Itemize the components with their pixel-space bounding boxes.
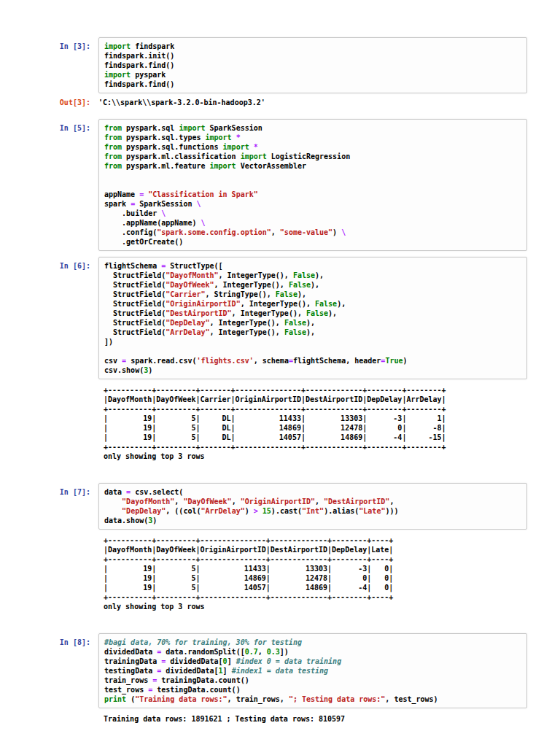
code-token: ), — [306, 328, 315, 336]
code-line: from pyspark.ml.feature import VectorAss… — [104, 161, 521, 171]
code-token: findspark — [131, 42, 174, 50]
code-token: ] — [228, 657, 236, 665]
out-3: Out[3]:'C:\\spark\\spark-3.2.0-bin-hadoo… — [0, 98, 560, 107]
code-input-area[interactable]: import findsparkfindspark.init()findspar… — [98, 37, 527, 93]
code-token: pyspark.sql.types — [122, 133, 205, 142]
code-line: trainingData = dividedData[0] #index 0 =… — [104, 657, 521, 666]
code-line: ]) — [104, 337, 521, 347]
code-line: .getOrCreate() — [104, 237, 521, 247]
execute-result-text: 'C:\\spark\\spark-3.2.0-bin-hadoop3.2' — [98, 98, 265, 107]
code-token: ]) — [280, 648, 289, 656]
code-token: "DepDelay" — [122, 507, 166, 515]
code-line: StructField("DestAirportID", IntegerType… — [104, 309, 521, 318]
code-token: ) — [245, 507, 254, 515]
code-token: "OriginAirportID" — [241, 498, 315, 506]
cell-in-8: In [8]:#bagi data, 70% for training, 30%… — [0, 633, 560, 708]
code-token: pyspark.ml.classification — [122, 152, 241, 160]
code-token: spark — [104, 200, 131, 208]
code-token: "Int" — [302, 507, 324, 515]
code-token: False — [284, 328, 306, 336]
code-line: "DepDelay", ((col("ArrDelay") > 15).cast… — [104, 506, 521, 516]
code-line: appName = "Classification in Spark" — [104, 190, 521, 199]
code-token: from — [104, 133, 122, 142]
code-token: from — [104, 152, 122, 160]
code-token: "ArrDelay" — [201, 507, 244, 515]
code-token: pyspark — [131, 71, 166, 79]
cell-in-6: In [6]:flightSchema = StructType([ Struc… — [0, 257, 560, 379]
code-token: "DayofMonth" — [122, 498, 174, 506]
code-token: StructField( — [104, 328, 166, 336]
code-token: 0.7 — [245, 648, 258, 656]
code-token: import — [205, 133, 231, 142]
input-prompt: In [8]: — [0, 633, 98, 647]
code-token: #bagi data, 70% for training, 30% for te… — [104, 638, 302, 646]
input-prompt: In [5]: — [0, 119, 98, 133]
output-prompt: Out[3]: — [0, 98, 98, 107]
code-token: import — [241, 152, 267, 160]
code-line: dividedData = data.randomSplit([0.7, 0.3… — [104, 647, 521, 657]
code-line: "DayofMonth", "DayOfWeek", "OriginAirpor… — [104, 497, 521, 506]
code-token: ), — [298, 290, 306, 298]
code-line: #bagi data, 70% for training, 30% for te… — [104, 638, 521, 647]
code-token: LogisticRegression — [267, 152, 350, 160]
code-token: print — [104, 695, 126, 703]
code-token: 0.3 — [267, 648, 280, 656]
code-token: import — [223, 143, 249, 151]
code-input-area[interactable]: from pyspark.sql import SparkSessionfrom… — [98, 119, 527, 251]
code-token: "Classification in Spark" — [148, 190, 258, 198]
code-line: testingData = dividedData[1] #index1 = d… — [104, 666, 521, 676]
code-token: , IntegerType(), — [219, 271, 293, 279]
code-line: from pyspark.sql.types import * — [104, 133, 521, 142]
code-token: 15 — [262, 507, 271, 515]
code-token: , schema — [254, 357, 289, 365]
code-input-area[interactable]: data = csv.select( "DayofMonth", "DayOfW… — [98, 483, 527, 530]
code-token: , — [174, 498, 183, 506]
code-input-area[interactable]: #bagi data, 70% for training, 30% for te… — [98, 633, 527, 708]
code-input-area[interactable]: flightSchema = StructType([ StructField(… — [98, 257, 527, 379]
input-prompt: In [3]: — [0, 37, 98, 51]
code-token: data.randomSplit([ — [161, 648, 244, 656]
code-token: data — [104, 488, 126, 496]
code-line: train_rows = trainingData.count() — [104, 676, 521, 685]
code-token: dividedData[ — [161, 667, 218, 675]
code-line: StructField("Carrier", StringType(), Fal… — [104, 290, 521, 299]
code-token: #index 0 = data training — [236, 657, 342, 665]
code-line: from pyspark.sql import SparkSession — [104, 123, 521, 133]
code-token: \ — [201, 219, 205, 227]
code-token: False — [315, 300, 337, 308]
code-token — [104, 507, 122, 515]
code-token: flightSchema, header — [293, 357, 381, 365]
code-token: False — [289, 281, 311, 289]
code-token: from — [104, 143, 122, 151]
code-token: ))) — [385, 507, 398, 515]
code-token: pyspark.ml.feature — [122, 162, 209, 170]
code-token: , IntegerType(), — [232, 309, 306, 317]
code-token: "DayofMonth" — [166, 271, 218, 279]
code-token: testingData.count() — [152, 686, 240, 694]
code-token: #index1 = data testing — [232, 667, 328, 675]
code-line: from pyspark.sql.functions import * — [104, 142, 521, 152]
code-token: ] — [223, 667, 232, 675]
code-token: StructField( — [104, 319, 166, 327]
code-token: "spark.some.config.option" — [157, 228, 271, 236]
code-token: False — [293, 271, 315, 279]
code-line — [104, 171, 521, 180]
code-token: "; Testing data rows:" — [289, 695, 385, 703]
code-token: ), — [337, 300, 346, 308]
code-line: StructField("DepDelay", IntegerType(), F… — [104, 318, 521, 328]
code-line: StructField("DayOfWeek", IntegerType(), … — [104, 280, 521, 290]
code-line: StructField("ArrDelay", IntegerType(), F… — [104, 328, 521, 337]
code-token: import — [104, 71, 131, 79]
table-out-7: +----------+---------+---------------+--… — [0, 535, 560, 611]
code-token: import — [179, 124, 205, 132]
code-line: csv = spark.read.csv('flights.csv', sche… — [104, 356, 521, 365]
code-token: StructType([ — [166, 262, 222, 270]
code-token: appName — [104, 190, 139, 198]
code-token: findspark.find() — [104, 80, 174, 88]
code-line: print ("Training data rows:", train_rows… — [104, 694, 521, 704]
code-token: , — [315, 498, 324, 506]
code-token: .builder — [104, 209, 161, 217]
code-token: trainingData.count() — [157, 676, 249, 684]
code-token: ) — [332, 228, 341, 236]
code-token: ).cast( — [271, 507, 302, 515]
